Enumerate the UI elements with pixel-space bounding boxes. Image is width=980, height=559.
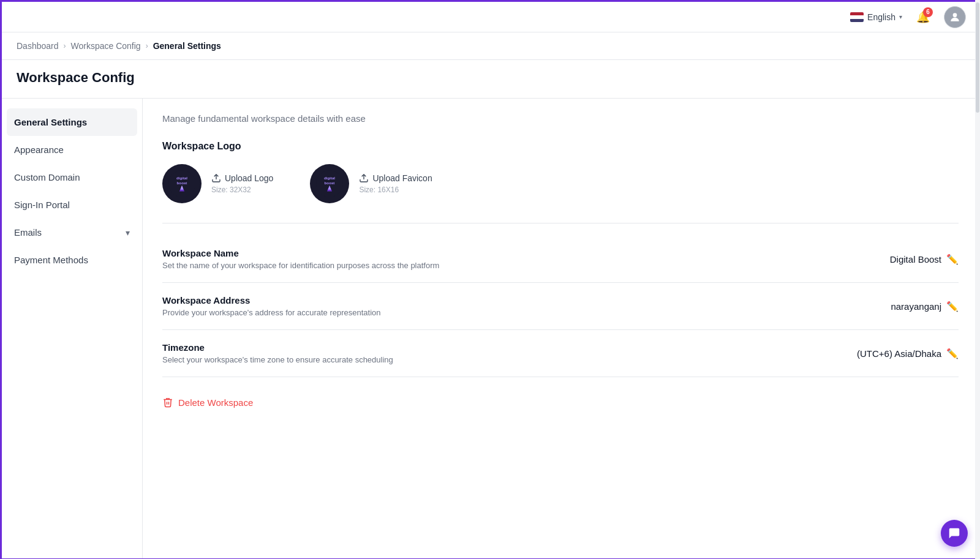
- workspace-address-desc: Provide your workspace's address for acc…: [162, 308, 381, 317]
- notifications-button[interactable]: 🔔 6: [912, 6, 934, 28]
- workspace-name-label: Workspace Name: [162, 248, 439, 258]
- topbar: English ▾ 🔔 6: [2, 2, 978, 32]
- workspace-name-info: Workspace Name Set the name of your work…: [162, 248, 439, 270]
- sidebar-label-payment-methods: Payment Methods: [14, 255, 88, 265]
- upload-icon: [211, 173, 221, 183]
- sidebar-item-appearance[interactable]: Appearance: [2, 136, 142, 163]
- main-layout: General Settings Appearance Custom Domai…: [2, 99, 978, 558]
- timezone-row: Timezone Select your workspace's time zo…: [162, 330, 959, 377]
- content-area: Manage fundamental workspace details wit…: [143, 99, 978, 558]
- notification-badge: 6: [923, 7, 933, 17]
- upload-logo-label: Upload Logo: [225, 173, 273, 183]
- upload-icon: [359, 173, 369, 183]
- user-icon: [949, 11, 961, 23]
- timezone-info: Timezone Select your workspace's time zo…: [162, 342, 393, 364]
- timezone-desc: Select your workspace's time zone to ens…: [162, 355, 393, 364]
- sidebar-label-general-settings: General Settings: [14, 117, 87, 127]
- upload-favicon-label: Upload Favicon: [372, 173, 432, 183]
- upload-logo-info: Upload Logo Size: 32X32: [211, 173, 273, 194]
- breadcrumb: Dashboard › Workspace Config › General S…: [2, 32, 978, 60]
- sidebar-label-appearance: Appearance: [14, 144, 64, 155]
- sidebar-item-custom-domain[interactable]: Custom Domain: [2, 163, 142, 191]
- sidebar-label-sign-in-portal: Sign-In Portal: [14, 200, 70, 210]
- upload-logo-item: digital boost: [162, 164, 273, 203]
- breadcrumb-current: General Settings: [153, 41, 221, 51]
- logo-section-title: Workspace Logo: [162, 141, 959, 152]
- workspace-address-edit-icon[interactable]: ✏️: [946, 301, 959, 312]
- svg-text:digital: digital: [176, 176, 187, 180]
- workspace-favicon-svg: digital boost: [316, 170, 343, 197]
- delete-workspace-button[interactable]: Delete Workspace: [162, 392, 959, 413]
- logo-upload-row: digital boost: [162, 164, 959, 203]
- workspace-address-value: narayanganj: [891, 301, 941, 312]
- sidebar-label-custom-domain: Custom Domain: [14, 172, 80, 182]
- timezone-value: (UTC+6) Asia/Dhaka: [857, 348, 941, 359]
- svg-text:boost: boost: [325, 181, 335, 185]
- sidebar-item-payment-methods[interactable]: Payment Methods: [2, 246, 142, 274]
- workspace-name-value: Digital Boost: [890, 254, 941, 264]
- workspace-name-row: Workspace Name Set the name of your work…: [162, 236, 959, 283]
- scrollbar-thumb[interactable]: [976, 2, 979, 113]
- scrollbar-track: [975, 0, 980, 559]
- workspace-logo-svg: digital boost: [168, 170, 195, 197]
- workspace-address-label: Workspace Address: [162, 295, 381, 306]
- sidebar-item-sign-in-portal[interactable]: Sign-In Portal: [2, 191, 142, 219]
- sidebar-item-general-settings[interactable]: General Settings: [7, 108, 137, 136]
- sidebar-label-emails: Emails: [14, 227, 42, 238]
- divider-1: [162, 223, 959, 223]
- language-selector[interactable]: English ▾: [850, 12, 902, 22]
- workspace-name-value-group: Digital Boost ✏️: [890, 253, 959, 265]
- workspace-address-value-group: narayanganj ✏️: [891, 301, 959, 312]
- chat-bubble-button[interactable]: [941, 520, 968, 547]
- breadcrumb-sep-1: ›: [64, 42, 66, 50]
- upload-favicon-item: digital boost: [310, 164, 432, 203]
- workspace-address-row: Workspace Address Provide your workspace…: [162, 283, 959, 330]
- workspace-name-edit-icon[interactable]: ✏️: [946, 253, 959, 265]
- upload-logo-size: Size: 32X32: [211, 186, 273, 194]
- svg-text:digital: digital: [324, 176, 335, 180]
- timezone-value-group: (UTC+6) Asia/Dhaka ✏️: [857, 348, 959, 359]
- upload-favicon-button[interactable]: Upload Favicon: [359, 173, 432, 183]
- breadcrumb-workspace-config[interactable]: Workspace Config: [71, 41, 141, 51]
- page-title: Workspace Config: [17, 70, 963, 86]
- page-title-bar: Workspace Config: [2, 60, 978, 99]
- timezone-label: Timezone: [162, 342, 393, 353]
- chevron-down-icon: ▾: [899, 13, 902, 20]
- trash-icon: [162, 397, 173, 408]
- chat-icon: [948, 527, 961, 540]
- upload-favicon-size: Size: 16X16: [359, 186, 432, 194]
- chevron-down-icon: ▾: [126, 228, 130, 238]
- workspace-address-info: Workspace Address Provide your workspace…: [162, 295, 381, 317]
- sidebar-item-emails[interactable]: Emails ▾: [2, 219, 142, 246]
- workspace-logo-section: Workspace Logo digital boost: [162, 141, 959, 203]
- svg-point-0: [953, 13, 957, 17]
- svg-text:boost: boost: [177, 181, 187, 185]
- logo-preview: digital boost: [162, 164, 202, 203]
- upload-logo-button[interactable]: Upload Logo: [211, 173, 273, 183]
- language-label: English: [867, 12, 895, 22]
- timezone-edit-icon[interactable]: ✏️: [946, 348, 959, 359]
- delete-workspace-label: Delete Workspace: [178, 397, 253, 408]
- upload-favicon-info: Upload Favicon Size: 16X16: [359, 173, 432, 194]
- flag-icon: [850, 12, 864, 22]
- workspace-name-desc: Set the name of your workspace for ident…: [162, 261, 439, 270]
- content-subtitle: Manage fundamental workspace details wit…: [162, 113, 959, 124]
- breadcrumb-sep-2: ›: [146, 42, 148, 50]
- avatar[interactable]: [944, 6, 966, 28]
- breadcrumb-dashboard[interactable]: Dashboard: [17, 41, 59, 51]
- sidebar: General Settings Appearance Custom Domai…: [2, 99, 143, 558]
- favicon-preview: digital boost: [310, 164, 349, 203]
